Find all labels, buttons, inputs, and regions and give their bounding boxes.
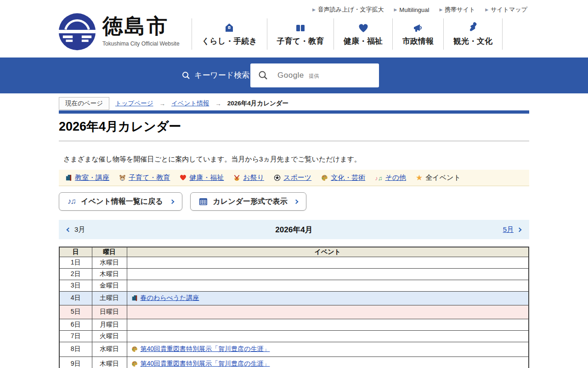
table-row-saturday: 4日 土曜日 春のわらべうた講座 <box>59 291 529 305</box>
table-row: 1日 水曜日 <box>59 257 529 268</box>
search-band: キーワード検索 Google 提供 <box>0 58 588 93</box>
heart-icon <box>180 174 187 181</box>
book-icon <box>295 22 306 33</box>
site-header: ▶ 音声読み上げ・文字拡大 ▶ Multilingual ▶ 携帯サイト ▶ サ… <box>0 0 588 58</box>
filter-childcare[interactable]: 子育て・教育 <box>119 173 170 182</box>
tokushima-city-emblem-icon <box>58 13 96 51</box>
breadcrumb: 現在のページ トップページ → イベント情報 → 2026年4月カレンダー <box>59 97 288 110</box>
day-cell: 2日 <box>59 268 92 280</box>
utility-bar: ▶ 音声読み上げ・文字拡大 ▶ Multilingual ▶ 携帯サイト ▶ サ… <box>312 6 527 14</box>
filter-other[interactable]: ♪♫ その他 <box>375 173 406 182</box>
day-cell: 9日 <box>59 356 92 368</box>
event-cell <box>127 330 529 342</box>
chevron-right-icon <box>294 199 299 204</box>
prev-month-button[interactable]: 3月 <box>67 220 85 239</box>
soccer-ball-icon <box>274 174 281 181</box>
weekday-cell: 火曜日 <box>92 330 127 342</box>
palette-icon <box>131 346 138 352</box>
event-cell <box>127 257 529 268</box>
chevron-right-icon <box>170 199 174 204</box>
blue-divider <box>59 110 529 114</box>
breadcrumb-link-events[interactable]: イベント情報 <box>171 99 209 108</box>
filter-label: お祭り <box>243 173 264 182</box>
filter-health[interactable]: 健康・福祉 <box>180 173 224 182</box>
music-notes-icon: ♪♫ <box>375 174 382 182</box>
utility-link-label: 音声読み上げ・文字拡大 <box>318 6 384 14</box>
page-description: さまざまな催し物等を開催日ごとに案内しています。当月から3ヵ月先までご覧いただけ… <box>63 155 361 164</box>
utility-link-multilingual[interactable]: ▶ Multilingual <box>394 6 429 14</box>
nav-item-kenko[interactable]: 健康・福祉 <box>334 18 393 50</box>
filter-sports[interactable]: スポーツ <box>274 173 311 182</box>
nav-item-kurashi[interactable]: くらし・手続き <box>192 18 267 50</box>
house-icon <box>224 22 235 33</box>
utility-link-mobile-site[interactable]: ▶ 携帯サイト <box>439 6 475 14</box>
teddy-bear-icon <box>119 174 126 181</box>
triangle-marker-icon: ▶ <box>394 8 397 12</box>
nav-label: 市政情報 <box>402 36 434 46</box>
search-provider-text: Google <box>277 71 304 80</box>
filter-classes[interactable]: 教室・講座 <box>65 173 109 182</box>
table-row-sunday: 5日 日曜日 <box>59 305 529 319</box>
nav-item-kanko[interactable]: 観光・文化 <box>444 18 503 50</box>
weekday-cell: 木曜日 <box>92 356 127 368</box>
music-notes-icon: ♪♫ <box>68 197 75 206</box>
filter-label: 健康・福祉 <box>189 173 224 182</box>
keyword-search-label[interactable]: キーワード検索 <box>182 70 249 80</box>
action-buttons: ♪♫ イベント情報一覧に戻る カレンダー形式で表示 <box>59 192 306 211</box>
weekday-cell: 金曜日 <box>92 280 127 291</box>
month-navigation: 2026年4月 3月 5月 <box>59 220 529 239</box>
day-cell: 7日 <box>59 330 92 342</box>
filter-culture[interactable]: 文化・芸術 <box>321 173 365 182</box>
site-name: 徳島市 <box>102 13 180 40</box>
site-subtitle: Tokushima City Official Website <box>102 40 180 47</box>
col-header-weekday: 曜日 <box>92 247 127 257</box>
megaphone-icon <box>413 22 424 33</box>
weekday-cell: 水曜日 <box>92 257 127 268</box>
calendar-icon <box>199 197 208 206</box>
page-title: 2026年4月カレンダー <box>59 118 181 135</box>
book-icon <box>131 295 138 301</box>
utility-link-accessibility[interactable]: ▶ 音声読み上げ・文字拡大 <box>312 6 384 14</box>
weekday-cell: 水曜日 <box>92 342 127 356</box>
event-calendar-table: 日 曜日 イベント 1日 水曜日 2日 木曜日 3日 金曜日 4日 土曜日 <box>59 247 529 368</box>
breadcrumb-separator: → <box>159 100 166 107</box>
chevron-left-icon <box>67 227 71 232</box>
filter-label: 子育て・教育 <box>129 173 170 182</box>
star-icon: ★ <box>416 173 423 183</box>
day-cell: 1日 <box>59 257 92 268</box>
breadcrumb-current: 2026年4月カレンダー <box>227 99 288 108</box>
weekday-cell: 土曜日 <box>92 291 127 305</box>
filter-label: 文化・芸術 <box>331 173 365 182</box>
filter-festival[interactable]: お祭り <box>233 173 264 182</box>
breadcrumb-link-top[interactable]: トップページ <box>115 99 153 108</box>
event-link[interactable]: 第40回貴重図書特別展示「賀川豊彦の生涯」 <box>141 345 270 353</box>
filter-label: その他 <box>385 173 406 182</box>
nav-item-shisei[interactable]: 市政情報 <box>393 18 444 50</box>
dancer-icon <box>469 22 478 33</box>
weekday-cell: 木曜日 <box>92 268 127 280</box>
category-filter-bar: 教室・講座 子育て・教育 健康・福祉 お祭り スポーツ 文化・芸術 ♪♫ その他 <box>59 170 529 186</box>
title-rule <box>59 140 529 142</box>
search-input[interactable]: Google 提供 <box>250 63 379 87</box>
col-header-day: 日 <box>59 247 92 257</box>
search-provider-suffix: 提供 <box>309 73 319 79</box>
next-month-button[interactable]: 5月 <box>503 220 521 239</box>
event-cell <box>127 319 529 330</box>
search-icon <box>258 70 268 80</box>
nav-label: 子育て・教育 <box>277 36 324 46</box>
event-link[interactable]: 春のわらべうた講座 <box>141 294 199 302</box>
table-header-row: 日 曜日 イベント <box>59 247 529 257</box>
table-row: 2日 木曜日 <box>59 268 529 280</box>
filter-label: 全イベント <box>425 173 460 182</box>
utility-link-sitemap[interactable]: ▶ サイトマップ <box>485 6 527 14</box>
table-row: 7日 火曜日 <box>59 330 529 342</box>
nav-label: 観光・文化 <box>453 36 492 46</box>
site-logo[interactable]: 徳島市 Tokushima City Official Website <box>58 13 180 51</box>
back-to-event-list-button[interactable]: ♪♫ イベント情報一覧に戻る <box>59 192 182 211</box>
event-cell: 春のわらべうた講座 <box>127 291 529 305</box>
calendar-view-button[interactable]: カレンダー形式で表示 <box>190 192 307 211</box>
nav-item-kosodate[interactable]: 子育て・教育 <box>267 18 334 50</box>
event-link[interactable]: 第40回貴重図書特別展示「賀川豊彦の生涯」 <box>141 360 270 368</box>
filter-all-events[interactable]: ★ 全イベント <box>416 173 461 183</box>
day-cell: 8日 <box>59 342 92 356</box>
